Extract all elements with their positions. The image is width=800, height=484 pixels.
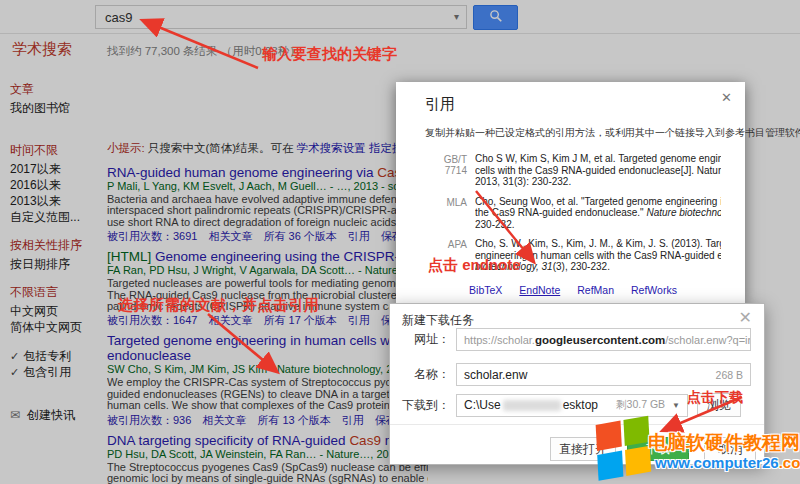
redacted-blur <box>503 400 561 411</box>
annotation-click-endnote: 点击 endnote <box>428 256 521 275</box>
close-icon[interactable]: ✕ <box>739 308 752 327</box>
bibtex-link[interactable]: BibTeX <box>469 284 502 296</box>
citation-mla-row: MLA Cho, Seung Woo, et al. "Targeted gen… <box>425 196 721 231</box>
windows-logo-icon <box>596 415 655 484</box>
refman-link[interactable]: RefMan <box>577 284 614 296</box>
endnote-link[interactable]: EndNote <box>519 284 560 296</box>
citation-export-links: BibTeX EndNote RefMan RefWorks <box>425 284 721 296</box>
save-path-label: 下载到： <box>398 397 450 414</box>
url-label: 网址： <box>398 331 450 348</box>
annotation-enter-keyword: 输入要查找的关键字 <box>262 45 397 64</box>
citation-format-label: GB/T 7714 <box>425 153 475 188</box>
filename-field[interactable]: scholar.enw 268 B <box>456 363 751 386</box>
citation-dialog-description: 复制并粘贴一种已设定格式的引用方法，或利用其中一个链接导入到参考书目管理软件中。 <box>425 126 721 140</box>
filename-label: 名称： <box>398 366 450 383</box>
download-dialog-title: 新建下载任务 <box>402 312 474 329</box>
citation-dialog-title: 引用 <box>425 95 721 114</box>
citation-text: Cho, Seung Woo, et al. "Targeted genome … <box>475 196 721 231</box>
citation-gbt-row: GB/T 7714 Cho S W, Kim S, Kim J M, et al… <box>425 153 721 188</box>
citation-text: Cho S W, Kim S, Kim J M, et al. Targeted… <box>475 153 721 188</box>
dialog-footer-divider <box>390 424 764 425</box>
url-field[interactable]: https://scholar.googleusercontent.com/sc… <box>456 328 751 351</box>
file-size: 268 B <box>716 369 743 381</box>
citation-format-label: MLA <box>425 196 475 231</box>
refworks-link[interactable]: RefWorks <box>631 284 677 296</box>
free-space: 剩30.7 GB <box>616 398 665 412</box>
close-icon[interactable]: ✕ <box>721 90 732 105</box>
chevron-down-icon[interactable]: ▼ <box>672 401 680 410</box>
save-path-field[interactable]: C:\Useesktop 剩30.7 GB ▼ <box>456 394 688 417</box>
watermark-url: www.computer26.com <box>655 454 800 471</box>
annotation-select-literature: 选择所需的文献，并点击引用 <box>118 296 320 315</box>
annotation-click-download: 点击下载 <box>687 389 743 407</box>
watermark-site-name: 电脑软硬件教程网 <box>648 430 800 456</box>
